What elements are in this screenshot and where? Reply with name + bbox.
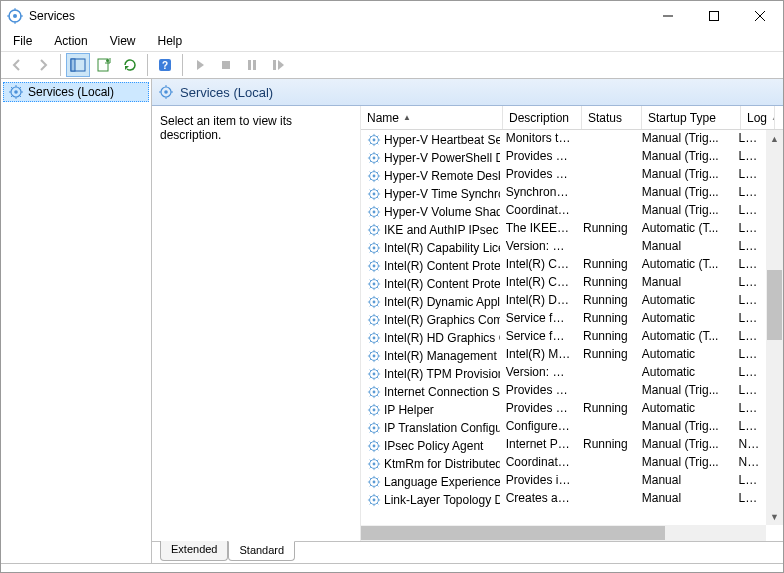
menu-file[interactable]: File — [5, 32, 40, 50]
svg-line-192 — [370, 405, 371, 406]
table-row[interactable]: IP HelperProvides tu...RunningAutomaticL… — [361, 400, 766, 418]
back-button[interactable] — [5, 53, 29, 77]
svg-line-83 — [377, 215, 378, 216]
maximize-button[interactable] — [691, 1, 737, 31]
table-row[interactable]: Link-Layer Topology Discov...Creates a N… — [361, 490, 766, 508]
table-row[interactable]: Intel(R) Capability Licensing...Version:… — [361, 238, 766, 256]
gear-icon — [367, 349, 381, 363]
table-row[interactable]: Intel(R) HD Graphics Contro...Service fo… — [361, 328, 766, 346]
table-row[interactable]: Intel(R) Content Protection ...Intel(R) … — [361, 274, 766, 292]
table-row[interactable]: IP Translation Configuration...Configure… — [361, 418, 766, 436]
tab-extended[interactable]: Extended — [160, 541, 228, 561]
services-list: Name▲ Description Status Startup Type Lo… — [361, 106, 783, 541]
tree-item-services-local[interactable]: Services (Local) — [3, 82, 149, 102]
rows-viewport[interactable]: Hyper-V Heartbeat ServiceMonitors th...M… — [361, 130, 766, 525]
scroll-up-icon[interactable]: ▲ — [766, 130, 783, 147]
svg-line-52 — [370, 153, 371, 154]
table-row[interactable]: Hyper-V PowerShell Direct ...Provides a … — [361, 148, 766, 166]
tab-standard[interactable]: Standard — [228, 541, 295, 561]
svg-line-193 — [377, 413, 378, 414]
svg-line-162 — [370, 351, 371, 352]
gear-icon — [367, 475, 381, 489]
description-pane: Select an item to view its description. — [152, 106, 361, 541]
service-desc-cell: Intel(R) Ma... — [500, 346, 577, 364]
table-row[interactable]: Hyper-V Time Synchronizati...Synchronize… — [361, 184, 766, 202]
restart-service-button[interactable] — [266, 53, 290, 77]
gear-icon — [367, 133, 381, 147]
table-row[interactable]: Intel(R) TPM Provisioning S...Version: 1… — [361, 364, 766, 382]
svg-point-21 — [14, 90, 18, 94]
svg-line-74 — [377, 189, 378, 190]
svg-line-155 — [370, 341, 371, 342]
service-status-cell — [577, 418, 636, 436]
table-row[interactable]: Hyper-V Heartbeat ServiceMonitors th...M… — [361, 130, 766, 148]
service-name-cell: Language Experience Service — [361, 472, 500, 490]
table-row[interactable]: Hyper-V Volume Shadow C...Coordinates...… — [361, 202, 766, 220]
close-button[interactable] — [737, 1, 783, 31]
service-desc-cell: Monitors th... — [500, 130, 577, 148]
table-row[interactable]: IPsec Policy AgentInternet Pro...Running… — [361, 436, 766, 454]
svg-line-43 — [377, 143, 378, 144]
svg-line-122 — [370, 279, 371, 280]
help-button[interactable]: ? — [153, 53, 177, 77]
service-logon-cell: Loca — [733, 292, 766, 310]
svg-line-182 — [370, 387, 371, 388]
scrollbar-thumb[interactable] — [767, 270, 782, 340]
service-name-cell: Intel(R) Content Protection ... — [361, 274, 500, 292]
scroll-down-icon[interactable]: ▼ — [766, 508, 783, 525]
table-row[interactable]: Intel(R) Dynamic Applicatio...Intel(R) D… — [361, 292, 766, 310]
column-header-startup[interactable]: Startup Type — [642, 106, 741, 129]
export-list-button[interactable] — [92, 53, 116, 77]
service-status-cell — [577, 130, 636, 148]
minimize-button[interactable] — [645, 1, 691, 31]
svg-line-135 — [370, 305, 371, 306]
service-status-cell: Running — [577, 328, 636, 346]
vertical-scrollbar[interactable]: ▲ ▼ — [766, 130, 783, 525]
service-logon-cell: Loca — [733, 220, 766, 238]
svg-line-215 — [370, 449, 371, 450]
start-service-button[interactable] — [188, 53, 212, 77]
svg-point-187 — [373, 408, 376, 411]
svg-line-242 — [370, 495, 371, 496]
column-header-logon[interactable]: Log▲ — [741, 106, 775, 129]
service-startup-cell: Automatic (T... — [636, 328, 733, 346]
menubar: File Action View Help — [1, 31, 783, 51]
show-hide-tree-button[interactable] — [66, 53, 90, 77]
service-logon-cell: Loca — [733, 346, 766, 364]
table-row[interactable]: Intel(R) Management and S...Intel(R) Ma.… — [361, 346, 766, 364]
service-status-cell — [577, 454, 636, 472]
table-row[interactable]: Intel(R) Graphics Command...Service for … — [361, 310, 766, 328]
table-row[interactable]: Internet Connection Sharin...Provides ne… — [361, 382, 766, 400]
titlebar[interactable]: Services — [1, 1, 783, 31]
service-desc-cell: Creates a N... — [500, 490, 577, 508]
column-header-status[interactable]: Status — [582, 106, 642, 129]
service-status-cell — [577, 148, 636, 166]
menu-action[interactable]: Action — [46, 32, 95, 50]
refresh-button[interactable] — [118, 53, 142, 77]
column-header-description[interactable]: Description — [503, 106, 582, 129]
service-name-cell: KtmRm for Distributed Tran... — [361, 454, 500, 472]
svg-line-145 — [370, 323, 371, 324]
service-logon-cell: Loca — [733, 364, 766, 382]
service-desc-cell: Version: 1.6... — [500, 238, 577, 256]
svg-point-167 — [373, 372, 376, 375]
forward-button[interactable] — [31, 53, 55, 77]
table-row[interactable]: IKE and AuthIP IPsec Keying...The IKEEXT… — [361, 220, 766, 238]
table-row[interactable]: Intel(R) Content Protection ...Intel(R) … — [361, 256, 766, 274]
table-row[interactable]: Hyper-V Remote Desktop Vi...Provides a p… — [361, 166, 766, 184]
stop-service-button[interactable] — [214, 53, 238, 77]
table-row[interactable]: Language Experience ServiceProvides inf.… — [361, 472, 766, 490]
scrollbar-thumb[interactable] — [361, 526, 665, 540]
svg-line-134 — [377, 297, 378, 298]
service-name-cell: Intel(R) Graphics Command... — [361, 310, 500, 328]
menu-help[interactable]: Help — [150, 32, 191, 50]
svg-line-144 — [377, 315, 378, 316]
gear-icon — [367, 277, 381, 291]
svg-line-222 — [370, 459, 371, 460]
horizontal-scrollbar[interactable] — [361, 525, 766, 541]
column-header-name[interactable]: Name▲ — [361, 106, 503, 129]
pause-service-button[interactable] — [240, 53, 264, 77]
service-desc-cell: Provides a p... — [500, 166, 577, 184]
menu-view[interactable]: View — [102, 32, 144, 50]
table-row[interactable]: KtmRm for Distributed Tran...Coordinates… — [361, 454, 766, 472]
